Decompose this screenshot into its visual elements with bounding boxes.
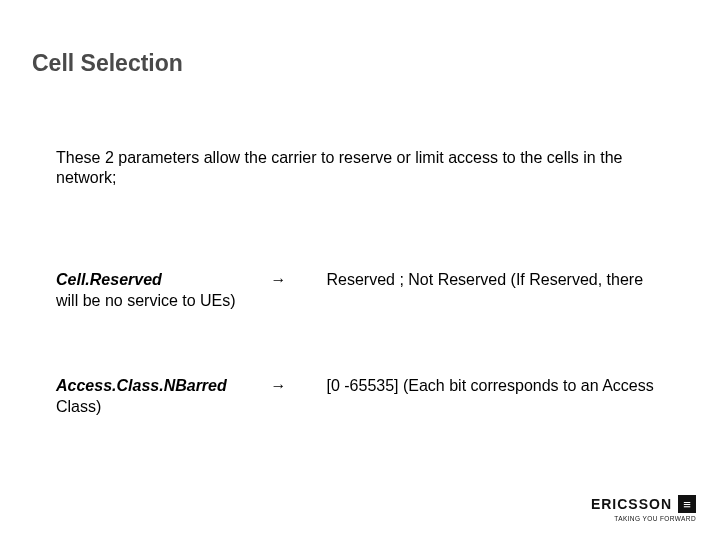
param-name: Cell.Reserved [56,270,266,291]
brand-block: ERICSSON ≡ TAKING YOU FORWARD [591,495,696,522]
param-access-class: Access.Class.NBarred → [0 -65535] (Each … [56,376,666,418]
brand-name: ERICSSON [591,496,672,512]
ericsson-logo-icon: ≡ [678,495,696,513]
arrow-icon: → [270,377,286,394]
logo-glyph: ≡ [683,498,691,511]
footer: ERICSSON ≡ TAKING YOU FORWARD [591,495,696,522]
slide: Cell Selection These 2 parameters allow … [0,0,720,540]
intro-text: These 2 parameters allow the carrier to … [56,148,666,188]
arrow-icon: → [270,271,286,288]
brand-row: ERICSSON ≡ [591,495,696,513]
param-cell-reserved: Cell.Reserved → Reserved ; Not Reserved … [56,270,666,312]
param-name: Access.Class.NBarred [56,376,266,397]
page-title: Cell Selection [32,50,183,77]
brand-tagline: TAKING YOU FORWARD [614,515,696,522]
